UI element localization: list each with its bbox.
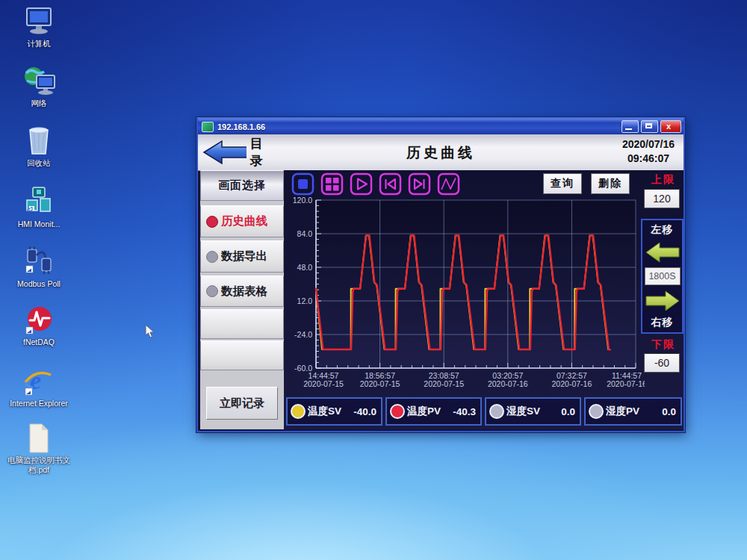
pan-right-label: 右移 bbox=[651, 316, 674, 329]
curve-view-button[interactable] bbox=[437, 172, 460, 196]
svg-text:2020-07-16: 2020-07-16 bbox=[607, 379, 645, 388]
desktop-icon-label: Modbus Poll bbox=[7, 279, 70, 289]
desktop-icon-internet-explorer[interactable]: e Internet Explorer bbox=[7, 366, 70, 408]
desktop-icon-recycle-bin[interactable]: 回收站 bbox=[7, 124, 70, 168]
time-text: 09:46:07 bbox=[622, 152, 675, 166]
legend-label: 温度SV bbox=[308, 405, 341, 418]
play-button[interactable] bbox=[350, 172, 373, 196]
sidebar-header: 画面选择 bbox=[200, 170, 284, 201]
datetime: 2020/07/16 09:46:07 bbox=[622, 137, 675, 166]
sidebar-item-label: 数据表格 bbox=[221, 284, 267, 299]
pdf-document-icon bbox=[25, 423, 53, 454]
skip-forward-button[interactable] bbox=[408, 172, 431, 196]
desktop-icon-label: HMI Monit... bbox=[7, 220, 70, 229]
lower-limit-value[interactable]: -60 bbox=[644, 353, 680, 373]
fnetdaq-icon bbox=[23, 305, 55, 336]
computer-icon bbox=[22, 6, 55, 37]
desktop-icon-label: Internet Explorer bbox=[7, 399, 70, 408]
legend-item-temp-pv: 温度PV -40.3 bbox=[385, 397, 482, 426]
svg-text:2020-07-15: 2020-07-15 bbox=[424, 379, 464, 388]
header-band: 目录 历史曲线 2020/07/16 09:46:07 bbox=[198, 134, 684, 171]
pan-right-arrow-button[interactable] bbox=[645, 289, 680, 313]
sidebar-item-label: 数据导出 bbox=[221, 249, 267, 264]
page-title: 历史曲线 bbox=[198, 143, 684, 163]
svg-text:84.0: 84.0 bbox=[297, 229, 313, 238]
sidebar-empty-row bbox=[200, 309, 284, 339]
app-icon bbox=[202, 122, 214, 132]
maximize-button[interactable] bbox=[641, 120, 658, 133]
radio-dot-icon bbox=[206, 216, 218, 228]
legend-value: 0.0 bbox=[561, 406, 577, 417]
network-icon bbox=[22, 66, 56, 97]
legend-label: 湿度SV bbox=[506, 405, 540, 418]
svg-text:48.0: 48.0 bbox=[297, 263, 313, 272]
skip-back-button[interactable] bbox=[379, 172, 402, 196]
upper-limit-value[interactable]: 120 bbox=[644, 189, 680, 208]
sidebar-item-history-curve[interactable]: 历史曲线 bbox=[200, 205, 284, 237]
minimize-button[interactable] bbox=[622, 120, 639, 133]
radio-dot-icon bbox=[206, 285, 218, 297]
svg-text:2020-07-15: 2020-07-15 bbox=[303, 379, 344, 388]
titlebar[interactable]: 192.168.1.66 x bbox=[198, 119, 684, 134]
radio-dot-icon bbox=[206, 251, 218, 263]
maximize-icon bbox=[645, 123, 652, 128]
legend-value: 0.0 bbox=[662, 406, 678, 417]
history-chart: 120.084.048.012.0-24.0-60.014:44:572020-… bbox=[288, 196, 645, 391]
legend-value: -40.0 bbox=[353, 406, 378, 417]
close-icon: x bbox=[666, 122, 671, 131]
sidebar-item-data-table[interactable]: 数据表格 bbox=[200, 276, 284, 307]
desktop-icon-label: 电脑监控说明书文档.pdf bbox=[7, 455, 70, 474]
desktop-icon-network[interactable]: 网络 bbox=[7, 66, 70, 108]
desktop-icon-label: 网络 bbox=[7, 99, 70, 108]
desktop-icon-modbus-poll[interactable]: Modbus Poll bbox=[7, 245, 70, 289]
svg-text:2020-07-16: 2020-07-16 bbox=[488, 379, 528, 388]
pan-interval-value[interactable]: 1800S bbox=[645, 267, 681, 285]
desktop-icon-fnetdaq[interactable]: fNetDAQ bbox=[7, 305, 70, 347]
desktop-icon-label: 回收站 bbox=[7, 158, 70, 168]
legend-color-dot bbox=[489, 404, 504, 419]
legend-item-temp-sv: 温度SV -40.0 bbox=[286, 397, 382, 426]
legend-label: 温度PV bbox=[407, 405, 441, 418]
recycle-bin-icon bbox=[24, 124, 54, 157]
svg-text:120.0: 120.0 bbox=[293, 196, 312, 205]
desktop-icon-hmi-monitor[interactable]: HMI Monit... bbox=[7, 187, 70, 229]
grid-view-button[interactable] bbox=[320, 172, 344, 196]
pan-panel: 左移 1800S 右移 bbox=[641, 219, 684, 334]
stop-view-button[interactable] bbox=[291, 172, 314, 196]
hmi-window: 192.168.1.66 x 目录 历史曲线 2020/07/16 09:46:… bbox=[196, 117, 685, 432]
close-button[interactable]: x bbox=[660, 120, 681, 133]
legend-color-dot bbox=[589, 404, 604, 419]
sidebar-empty-row bbox=[200, 340, 284, 370]
desktop-icon-label: 计算机 bbox=[7, 39, 70, 49]
content-area: 查询 删除 上限 120 120.084.048.012.0-24.0-60.0… bbox=[284, 170, 684, 429]
legend-item-humidity-pv: 湿度PV 0.0 bbox=[584, 397, 682, 426]
legend-label: 湿度PV bbox=[606, 405, 639, 418]
svg-text:2020-07-16: 2020-07-16 bbox=[552, 379, 592, 388]
desktop-icon-label: fNetDAQ bbox=[7, 337, 70, 347]
minimize-icon bbox=[625, 128, 632, 130]
hmi-monitor-icon bbox=[24, 187, 54, 218]
pan-left-label: 左移 bbox=[651, 223, 674, 237]
svg-text:2020-07-15: 2020-07-15 bbox=[360, 379, 400, 388]
delete-button[interactable]: 删除 bbox=[591, 173, 630, 194]
legend-value: -40.3 bbox=[453, 406, 477, 417]
window-title: 192.168.1.66 bbox=[217, 122, 619, 131]
sidebar-item-label: 历史曲线 bbox=[221, 214, 267, 229]
mouse-cursor bbox=[145, 324, 157, 339]
upper-limit-label: 上限 bbox=[645, 173, 681, 187]
legend-color-dot bbox=[390, 404, 405, 419]
svg-text:12.0: 12.0 bbox=[297, 296, 313, 305]
desktop-icon-computer[interactable]: 计算机 bbox=[7, 6, 70, 49]
lower-limit-label: 下限 bbox=[645, 338, 681, 352]
pan-left-arrow-button[interactable] bbox=[645, 240, 680, 264]
desktop-icon-pdf-document[interactable]: 电脑监控说明书文档.pdf bbox=[7, 423, 70, 474]
svg-text:-24.0: -24.0 bbox=[294, 330, 312, 339]
legend-item-humidity-sv: 湿度SV 0.0 bbox=[485, 397, 581, 426]
date-text: 2020/07/16 bbox=[622, 137, 675, 152]
modbus-poll-icon bbox=[23, 245, 55, 278]
query-button[interactable]: 查询 bbox=[543, 173, 582, 194]
record-now-button[interactable]: 立即记录 bbox=[206, 387, 278, 420]
internet-explorer-icon: e bbox=[22, 366, 55, 397]
sidebar-item-data-export[interactable]: 数据导出 bbox=[200, 240, 284, 273]
legend-color-dot bbox=[291, 404, 306, 419]
